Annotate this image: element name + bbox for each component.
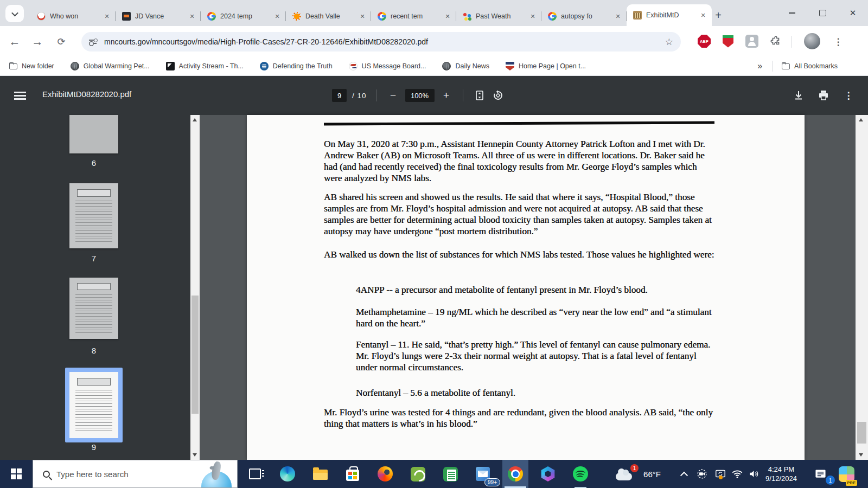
tab-jd-vance[interactable]: JD Vance xyxy=(116,7,201,26)
new-tab-button[interactable] xyxy=(711,8,726,23)
bookmark-us-message-board[interactable]: US Message Board... xyxy=(349,62,426,70)
main-scrollbar-thumb[interactable] xyxy=(857,422,866,444)
adblock-extension-icon[interactable]: ABP xyxy=(696,33,712,49)
bookmark-daily-news[interactable]: Daily News xyxy=(442,62,489,70)
rotate-button[interactable] xyxy=(492,89,505,102)
scroll-down-arrow-icon[interactable] xyxy=(193,453,197,457)
sidebar-scrollbar-thumb[interactable] xyxy=(192,296,199,414)
person-extension-icon[interactable] xyxy=(744,33,760,49)
tab-close-icon[interactable] xyxy=(188,12,196,21)
tab-past-weather[interactable]: Past Weath xyxy=(456,7,541,26)
bookmarks-divider xyxy=(772,61,773,72)
forward-button[interactable]: → xyxy=(28,33,47,51)
tab-death-valley[interactable]: Death Valle xyxy=(286,7,371,26)
minimize-button[interactable] xyxy=(777,0,807,26)
spotify-button[interactable] xyxy=(567,460,593,488)
tab-exhibit-pdf-active[interactable]: ExhibitMtD xyxy=(627,4,712,26)
tab-recent-temp[interactable]: recent tem xyxy=(371,7,456,26)
back-button[interactable]: ← xyxy=(5,33,24,51)
all-bookmarks-button[interactable]: All Bookmarks xyxy=(781,62,838,70)
bookmarks-overflow-chevron[interactable] xyxy=(757,61,762,71)
shield-extension-icon[interactable] xyxy=(720,33,736,49)
tab-2024-temp[interactable]: 2024 temp xyxy=(201,7,286,26)
cast-sync-button[interactable] xyxy=(712,460,729,488)
tab-title: Death Valle xyxy=(305,12,358,20)
doc-paragraph: AB walked us down the list of substances… xyxy=(324,249,717,260)
start-button[interactable] xyxy=(0,460,33,488)
doc-list-item: Methamphetamine – 19 ng/ML which he desc… xyxy=(356,306,717,329)
file-explorer-button[interactable] xyxy=(307,460,333,488)
browser-menu-button[interactable] xyxy=(829,33,847,51)
bookmark-label: Activity Stream - Th... xyxy=(179,62,244,70)
weather-button[interactable]: 1 xyxy=(612,460,636,488)
bookmark-new-folder[interactable]: New folder xyxy=(9,62,54,70)
tab-who-won[interactable]: Who won xyxy=(30,7,116,26)
window-controls xyxy=(777,0,868,26)
bookmark-activity-stream[interactable]: Activity Stream - Th... xyxy=(166,62,244,70)
wifi-button[interactable] xyxy=(729,460,745,488)
temperature-label[interactable]: 66°F xyxy=(638,460,666,488)
taskbar-search[interactable] xyxy=(33,460,238,488)
office-button[interactable] xyxy=(535,460,561,488)
tab-close-icon[interactable] xyxy=(614,12,622,21)
extensions-menu-button[interactable] xyxy=(768,33,784,49)
bookmark-home-page[interactable]: Home Page | Open t... xyxy=(506,62,586,70)
site-info-icon[interactable] xyxy=(89,38,98,45)
search-highlight-graphic[interactable] xyxy=(197,460,236,487)
tab-close-icon[interactable] xyxy=(103,12,111,21)
mail-button[interactable]: 99+ xyxy=(470,460,496,488)
zoom-in-button[interactable]: + xyxy=(440,89,453,102)
bookmark-defending-truth[interactable]: Defending the Truth xyxy=(260,62,333,70)
tray-overflow-button[interactable] xyxy=(676,460,692,488)
green-swirl-app-button[interactable] xyxy=(405,460,431,488)
edge-button[interactable] xyxy=(275,460,301,488)
close-button[interactable] xyxy=(838,0,868,26)
tab-close-icon[interactable] xyxy=(443,12,452,21)
thumbnail-page-7[interactable] xyxy=(69,183,118,248)
zoom-level-value[interactable]: 100% xyxy=(405,89,435,102)
profile-avatar[interactable] xyxy=(804,33,820,49)
download-button[interactable] xyxy=(792,89,805,102)
pdf-more-button[interactable] xyxy=(842,89,855,102)
windows-logo-icon xyxy=(11,468,22,479)
page-number-input[interactable] xyxy=(332,89,347,102)
tab-title: recent tem xyxy=(391,12,443,20)
tab-autopsy[interactable]: autopsy fo xyxy=(541,7,627,26)
chrome-button-active[interactable] xyxy=(502,460,528,488)
scroll-down-arrow-icon[interactable] xyxy=(859,453,863,457)
pdf-toolbar: ExhibitMtD08282020.pdf / 10 − 100% + xyxy=(0,76,868,115)
clock[interactable]: 4:24 PM 9/12/2024 xyxy=(758,460,804,488)
action-center-button[interactable]: 1 xyxy=(809,460,831,488)
tab-close-icon[interactable] xyxy=(358,12,367,21)
address-bar[interactable]: mncourts.gov/mncourtsgov/media/High-Prof… xyxy=(81,32,681,52)
preview-app-button[interactable]: PRE xyxy=(834,460,858,488)
main-scrollbar[interactable] xyxy=(856,115,868,460)
tab-close-icon[interactable] xyxy=(273,12,282,21)
maximize-button[interactable] xyxy=(807,0,838,26)
thumbnail-page-9-selected[interactable] xyxy=(65,368,123,442)
all-bookmarks-label: All Bookmarks xyxy=(794,62,838,70)
zoom-out-button[interactable]: − xyxy=(387,89,400,102)
tab-close-icon[interactable] xyxy=(528,12,537,21)
thumbnail-page-9-preview xyxy=(69,372,118,438)
microsoft-store-button[interactable] xyxy=(340,460,366,488)
scroll-up-arrow-icon[interactable] xyxy=(193,118,197,121)
tab-close-icon[interactable] xyxy=(699,11,707,20)
scroll-up-arrow-icon[interactable] xyxy=(859,118,863,121)
thumbnail-page-6[interactable] xyxy=(69,115,118,153)
bookmark-global-warming[interactable]: Global Warming Pet... xyxy=(71,62,150,70)
task-view-button[interactable] xyxy=(242,460,268,488)
meet-now-button[interactable] xyxy=(693,460,711,488)
sidebar-scrollbar[interactable] xyxy=(190,115,200,460)
notes-app-button[interactable] xyxy=(437,460,463,488)
pdf-menu-icon[interactable] xyxy=(14,92,26,100)
url-text[interactable]: mncourts.gov/mncourtsgov/media/High-Prof… xyxy=(104,37,665,46)
firefox-button[interactable] xyxy=(372,460,398,488)
reload-button[interactable]: ⟳ xyxy=(52,33,71,51)
print-button[interactable] xyxy=(817,89,830,102)
tab-search-button[interactable] xyxy=(5,5,24,22)
bookmark-star-icon[interactable] xyxy=(665,36,673,48)
thumbnail-page-8[interactable] xyxy=(69,278,118,339)
mail-badge: 99+ xyxy=(484,478,500,486)
fit-page-button[interactable] xyxy=(473,89,486,102)
